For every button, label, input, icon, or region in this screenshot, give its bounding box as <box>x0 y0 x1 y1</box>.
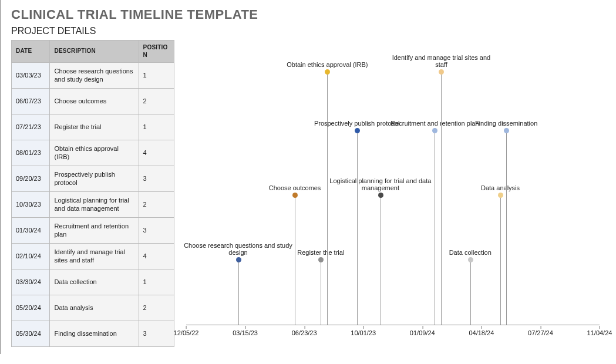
cell-pos: 3 <box>139 218 174 244</box>
col-position: POSITION <box>139 41 174 63</box>
page-title: CLINICAL TRIAL TIMELINE TEMPLATE <box>11 7 605 22</box>
cell-pos: 3 <box>139 166 174 192</box>
cell-desc: Logistical planning for trial and data m… <box>50 192 139 218</box>
event-stem <box>321 260 321 325</box>
cell-desc: Choose research questions and study desi… <box>50 63 139 89</box>
cell-pos: 1 <box>139 114 174 140</box>
cell-desc: Finding dissemination <box>50 321 139 347</box>
table-row: 05/30/24Finding dissemination3 <box>12 321 174 347</box>
cell-desc: Data analysis <box>50 295 139 321</box>
axis-tick: 12/05/22 <box>174 329 199 336</box>
event-stem <box>357 131 358 325</box>
event-dot <box>432 128 437 133</box>
cell-date: 08/01/23 <box>12 140 50 166</box>
col-desc: DESCRIPTION <box>50 41 139 63</box>
cell-desc: Obtain ethics approval (IRB) <box>50 140 139 166</box>
cell-desc: Register the trial <box>50 114 139 140</box>
event-label: Prospectively publish protocol <box>301 120 413 127</box>
cell-pos: 4 <box>139 140 174 166</box>
cell-desc: Identify and manage trial sites and staf… <box>50 244 139 269</box>
axis-tick: 01/09/24 <box>410 329 435 336</box>
axis-tick: 06/23/23 <box>292 329 317 336</box>
event-stem <box>327 72 328 325</box>
cell-pos: 1 <box>139 63 174 89</box>
cell-desc: Choose outcomes <box>50 89 139 114</box>
event-label: Logistical planning for trial and data m… <box>325 177 436 192</box>
cell-date: 10/30/23 <box>12 192 50 218</box>
event-stem <box>470 260 471 325</box>
event-dot <box>468 257 473 262</box>
table-row: 02/10/24Identify and manage trial sites … <box>12 244 174 269</box>
event-label: Choose research questions and study desi… <box>183 242 294 257</box>
cell-pos: 2 <box>139 89 174 114</box>
col-date: DATE <box>12 41 50 63</box>
cell-desc: Prospectively publish protocol <box>50 166 139 192</box>
event-stem <box>500 196 501 325</box>
cell-date: 05/20/24 <box>12 295 50 321</box>
event-label: Data analysis <box>445 184 556 192</box>
event-label: Choose outcomes <box>239 184 351 192</box>
event-label: Obtain ethics approval (IRB) <box>271 61 383 69</box>
event-label: Identify and manage trial sites and staf… <box>385 54 497 69</box>
event-stem <box>435 131 435 325</box>
cell-pos: 1 <box>139 269 174 295</box>
cell-date: 06/07/23 <box>12 89 50 114</box>
cell-desc: Recruitment and retention plan <box>50 218 139 244</box>
event-stem <box>441 72 442 325</box>
axis-tick: 10/01/23 <box>351 329 376 336</box>
cell-pos: 2 <box>139 192 174 218</box>
axis-tick: 11/04/24 <box>587 329 612 336</box>
table-row: 05/20/24Data analysis2 <box>12 295 174 321</box>
cell-date: 07/21/23 <box>12 114 50 140</box>
event-label: Data collection <box>415 249 526 257</box>
table-row: 07/21/23Register the trial1 <box>12 114 174 140</box>
cell-date: 09/20/23 <box>12 166 50 192</box>
event-dot <box>378 193 383 198</box>
axis-tick: 03/15/23 <box>233 329 258 336</box>
cell-date: 05/30/24 <box>12 321 50 347</box>
cell-date: 03/03/23 <box>12 63 50 89</box>
cell-date: 03/30/24 <box>12 269 50 295</box>
event-dot <box>439 69 444 75</box>
event-stem <box>381 196 381 325</box>
cell-pos: 4 <box>139 244 174 269</box>
table-row: 03/03/23Choose research questions and st… <box>12 63 174 89</box>
cell-desc: Data collection <box>50 269 139 295</box>
event-dot <box>325 69 330 75</box>
event-dot <box>292 193 298 198</box>
event-dot <box>355 128 360 133</box>
event-stem <box>506 131 507 325</box>
timeline-chart: 12/05/2203/15/2306/23/2310/01/2301/09/24… <box>186 40 605 339</box>
axis-tick: 04/18/24 <box>469 329 494 336</box>
cell-pos: 2 <box>139 295 174 321</box>
table-row: 10/30/23Logistical planning for trial an… <box>12 192 174 218</box>
table-row: 03/30/24Data collection1 <box>12 269 174 295</box>
details-table: DATE DESCRIPTION POSITION 03/03/23Choose… <box>11 40 174 347</box>
table-row: 06/07/23Choose outcomes2 <box>12 89 174 114</box>
event-dot <box>498 193 503 198</box>
event-label: Finding dissemination <box>450 120 562 127</box>
table-row: 09/20/23Prospectively publish protocol3 <box>12 166 174 192</box>
cell-date: 02/10/24 <box>12 244 50 269</box>
event-label: Register the trial <box>265 249 376 257</box>
table-row: 08/01/23Obtain ethics approval (IRB)4 <box>12 140 174 166</box>
event-dot <box>504 128 509 133</box>
axis-tick: 07/27/24 <box>528 329 553 336</box>
event-stem <box>295 196 295 325</box>
event-dot <box>236 257 241 262</box>
cell-pos: 3 <box>139 321 174 347</box>
section-title: PROJECT DETAILS <box>11 26 605 36</box>
event-label: Recruitment and retention plan <box>379 120 490 127</box>
event-stem <box>238 260 239 325</box>
cell-date: 01/30/24 <box>12 218 50 244</box>
event-dot <box>318 257 324 262</box>
table-row: 01/30/24Recruitment and retention plan3 <box>12 218 174 244</box>
